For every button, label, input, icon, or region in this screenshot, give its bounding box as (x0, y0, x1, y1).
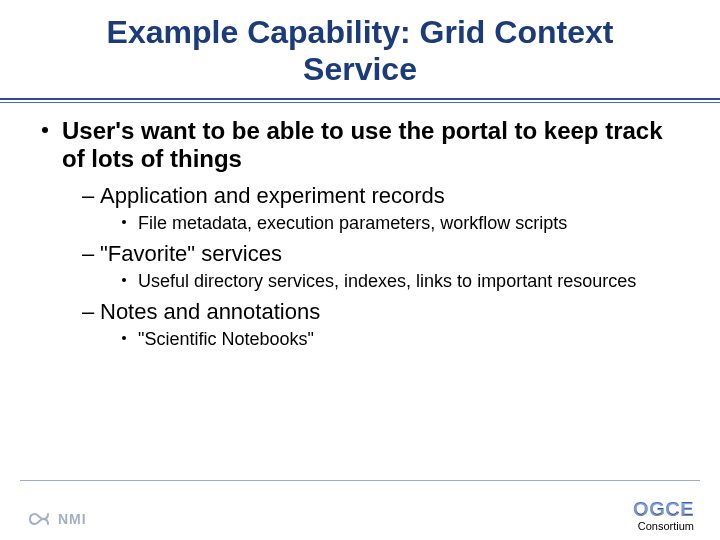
bullet-icon (122, 278, 126, 282)
consortium-text: Consortium (633, 521, 694, 532)
nmi-text: NMI (58, 511, 87, 527)
lead-text: User's want to be able to use the portal… (62, 117, 663, 173)
slide: Example Capability: Grid Context Service… (0, 0, 720, 540)
sub-text: "Favorite" services (100, 241, 282, 266)
ogce-text: OGCE (633, 499, 694, 519)
sub-text: Notes and annotations (100, 299, 320, 324)
infinity-icon (26, 508, 52, 530)
bullet-icon (42, 127, 48, 133)
subsub-bullet: Useful directory services, indexes, link… (122, 270, 690, 293)
lead-bullet: User's want to be able to use the portal… (42, 117, 690, 175)
content-area: User's want to be able to use the portal… (0, 103, 720, 351)
subsub-bullet: "Scientific Notebooks" (122, 328, 690, 351)
bullet-icon (122, 220, 126, 224)
footer: NMI OGCE Consortium (0, 480, 720, 540)
bullet-icon (122, 336, 126, 340)
nmi-logo: NMI (26, 508, 87, 530)
sub-bullet: – "Favorite" services (82, 240, 690, 268)
sub-bullet: – Application and experiment records (82, 182, 690, 210)
subsub-text: "Scientific Notebooks" (138, 329, 314, 349)
slide-title: Example Capability: Grid Context Service (0, 0, 720, 92)
footer-divider (20, 480, 700, 481)
title-underline (0, 98, 720, 103)
subsub-text: File metadata, execution parameters, wor… (138, 213, 567, 233)
ogce-logo: OGCE Consortium (633, 499, 694, 532)
dash-icon: – (82, 240, 94, 268)
sub-bullet: – Notes and annotations (82, 298, 690, 326)
dash-icon: – (82, 298, 94, 326)
subsub-text: Useful directory services, indexes, link… (138, 271, 636, 291)
subsub-bullet: File metadata, execution parameters, wor… (122, 212, 690, 235)
dash-icon: – (82, 182, 94, 210)
sub-text: Application and experiment records (100, 183, 445, 208)
